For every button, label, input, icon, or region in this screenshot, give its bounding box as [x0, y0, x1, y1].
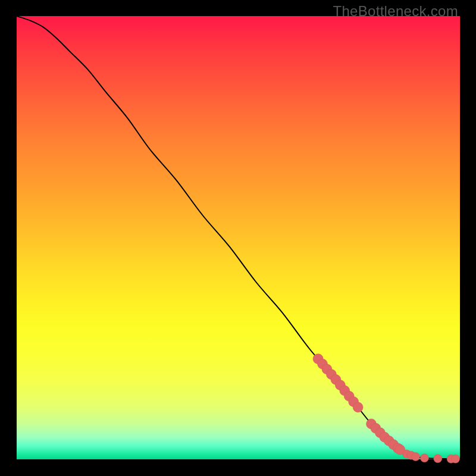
marker-dot — [452, 455, 460, 463]
marker-dot — [434, 455, 442, 463]
marker-dot — [420, 454, 428, 462]
marker-dot — [412, 453, 420, 461]
watermark-label: TheBottleneck.com — [333, 3, 458, 20]
marker-dots — [313, 354, 459, 464]
curve-layer — [17, 16, 460, 459]
marker-dot — [353, 402, 363, 412]
plot-area — [17, 16, 460, 459]
chart-frame: TheBottleneck.com — [0, 0, 476, 476]
data-curve — [17, 16, 460, 459]
